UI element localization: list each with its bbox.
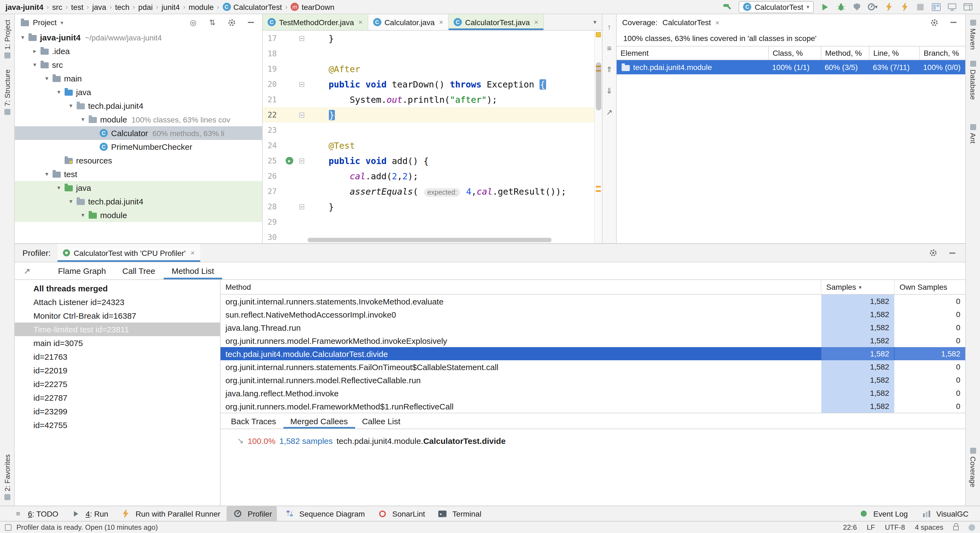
chevron-right-icon[interactable]: ▸	[30, 48, 40, 55]
coverage-column-header[interactable]: Line, %	[869, 46, 919, 60]
close-icon[interactable]: ×	[716, 18, 719, 27]
close-tab-icon[interactable]: ×	[535, 18, 538, 26]
editor-gutter[interactable]: 30	[262, 230, 307, 243]
collapse-icon[interactable]: ⇅	[206, 16, 219, 29]
tree-item[interactable]: CPrimeNumberChecker	[15, 140, 262, 154]
locate-icon[interactable]: ◎	[186, 16, 200, 29]
editor-body[interactable]: 17 }1819 @After20 public void tearDown()…	[262, 31, 602, 243]
chevron-down-icon[interactable]: ▾	[54, 184, 64, 191]
run-icon[interactable]	[819, 1, 832, 13]
samples-column-header[interactable]: Samples▾	[821, 280, 894, 294]
inspection-status-icon[interactable]	[596, 32, 601, 37]
close-icon[interactable]: ×	[191, 249, 194, 257]
fold-marker-icon[interactable]	[299, 158, 304, 163]
autoscroll-icon[interactable]: ⇓	[603, 85, 616, 97]
code-line[interactable]: 17 }	[262, 31, 602, 46]
code-line[interactable]: 20 public void tearDown() throws Excepti…	[262, 76, 602, 92]
method-row[interactable]: org.junit.runners.model.FrameworkMethod.…	[221, 334, 965, 347]
run-config-select[interactable]: C CalculatorTest ▾	[739, 1, 814, 13]
method-row[interactable]: org.junit.internal.runners.model.Reflect…	[221, 373, 965, 387]
chevron-down-icon[interactable]: ▾	[30, 61, 40, 68]
jump-source-icon[interactable]: ⇑	[603, 63, 616, 75]
code-line[interactable]: 27 assertEquals( expected: 4,cal.getResu…	[262, 184, 602, 199]
editor-error-stripe[interactable]	[594, 31, 602, 243]
tree-item[interactable]: ▸.idea	[15, 44, 262, 58]
tree-item[interactable]: ▾tech.pdai.junit4	[15, 195, 262, 208]
chevron-down-icon[interactable]: ▾	[78, 211, 88, 219]
settings-icon[interactable]	[225, 16, 238, 29]
editor-gutter[interactable]: 22	[262, 107, 307, 122]
thread-item[interactable]: Time-limited test id=23811	[15, 322, 220, 336]
editor-gutter[interactable]: 18	[262, 46, 307, 61]
hide-icon[interactable]	[945, 247, 959, 259]
tab-list-dropdown-icon[interactable]: ▾	[588, 19, 602, 26]
thread-item[interactable]: id=21763	[15, 350, 220, 363]
editor-gutter[interactable]: 21	[262, 92, 307, 107]
tool-stripe-button[interactable]: 1: Project	[3, 20, 11, 59]
tree-item[interactable]: ▾java-junit4~/pdai/www/java-junit4	[15, 31, 262, 44]
breadcrumb-method[interactable]: mtearDown	[291, 2, 334, 11]
profiler-tab[interactable]: CalculatorTest with 'CPU Profiler' ×	[57, 244, 200, 262]
layout-icon[interactable]	[961, 1, 975, 13]
editor-gutter[interactable]: 28	[262, 199, 307, 214]
chevron-down-icon[interactable]: ▾	[60, 19, 63, 25]
changed-line-mark[interactable]	[596, 190, 601, 192]
lock-icon[interactable]	[953, 526, 959, 530]
parallel-rerun-icon[interactable]	[898, 1, 911, 13]
editor-gutter[interactable]: 24	[262, 138, 307, 153]
chevron-down-icon[interactable]: ▾	[42, 171, 51, 178]
editor-tab[interactable]: CCalculatorTest.java×	[449, 14, 544, 30]
profiler-detail-tab[interactable]: Callee List	[355, 413, 407, 428]
code-line[interactable]: 23	[262, 122, 602, 138]
code-line[interactable]: 22 }	[262, 107, 602, 122]
build-hammer-icon[interactable]	[721, 1, 734, 13]
code-line[interactable]: 29	[262, 214, 602, 230]
breadcrumb-item[interactable]: java	[92, 2, 106, 11]
window-status-icon[interactable]	[5, 524, 11, 531]
code-line[interactable]: 19 @After	[262, 61, 602, 76]
thread-item[interactable]: Monitor Ctrl-Break id=16387	[15, 309, 220, 322]
breadcrumb-item[interactable]: java-junit4	[5, 2, 43, 11]
tree-item[interactable]: ▾test	[15, 167, 262, 181]
profiler-detail-tab[interactable]: Back Traces	[224, 413, 283, 428]
debug-icon[interactable]	[834, 1, 848, 13]
profiler-detail-tab[interactable]: Merged Callees	[283, 413, 355, 428]
editor-gutter[interactable]: 25▶	[262, 153, 307, 168]
coverage-tab[interactable]: CalculatorTest ×	[662, 14, 719, 31]
code-line[interactable]: 18	[262, 46, 602, 61]
project-structure-icon[interactable]	[930, 1, 943, 13]
tree-item[interactable]: ▾module	[15, 208, 262, 222]
tool-stripe-button[interactable]: Database	[969, 61, 977, 100]
close-tab-icon[interactable]: ×	[439, 18, 443, 26]
chevron-down-icon[interactable]: ▾	[66, 102, 75, 109]
toolwindow-button[interactable]: Profiler	[226, 506, 277, 521]
stop-icon[interactable]	[914, 1, 927, 13]
profiler-view-tab[interactable]: Flame Graph	[50, 262, 114, 279]
highlighting-level-icon[interactable]	[969, 524, 975, 531]
coverage-column-header[interactable]: Branch, %	[919, 46, 965, 60]
thread-item[interactable]: Attach Listener id=24323	[15, 295, 220, 309]
fold-marker-icon[interactable]	[299, 112, 304, 117]
method-row[interactable]: java.lang.reflect.Method.invoke1,5820	[221, 387, 965, 400]
thread-item[interactable]: id=42755	[15, 418, 220, 432]
profiler-view-tab[interactable]: Call Tree	[114, 262, 163, 279]
chevron-down-icon[interactable]: ▾	[78, 116, 88, 123]
editor-gutter[interactable]: 20	[262, 76, 307, 92]
chevron-down-icon[interactable]: ▾	[42, 75, 51, 82]
tree-item[interactable]: ▾module100% classes, 63% lines cov	[15, 113, 262, 126]
code-line[interactable]: 21 System.out.println("after");	[262, 92, 602, 107]
code-line[interactable]: 24 @Test	[262, 138, 602, 153]
breadcrumb-class[interactable]: CCalculatorTest	[223, 2, 282, 11]
callee-samples-link[interactable]: 1,582 samples	[279, 436, 332, 445]
status-widget[interactable]: LF	[867, 523, 875, 531]
status-widget[interactable]: 4 spaces	[915, 523, 943, 531]
thread-item[interactable]: main id=3075	[15, 336, 220, 350]
editor-gutter[interactable]: 29	[262, 214, 307, 230]
parallel-run-icon[interactable]	[882, 1, 895, 13]
horizontal-scrollbar[interactable]	[307, 238, 552, 242]
breadcrumb-item[interactable]: pdai	[138, 2, 153, 11]
status-widget[interactable]: UTF-8	[885, 523, 905, 531]
toolwindow-button[interactable]: SonarLint	[371, 506, 430, 521]
flatten-icon[interactable]: ≡	[603, 42, 616, 54]
settings-icon[interactable]	[928, 16, 940, 29]
